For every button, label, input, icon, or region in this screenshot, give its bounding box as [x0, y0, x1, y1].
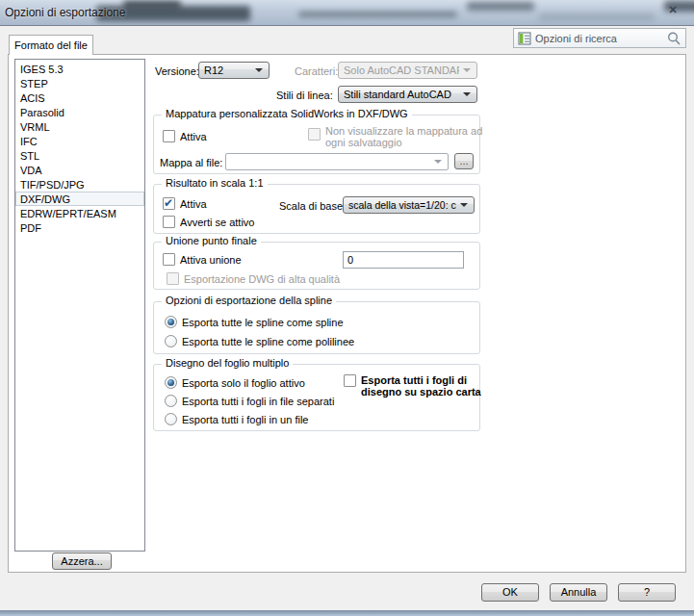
browse-button[interactable]: ...: [454, 153, 474, 169]
line-styles-label: Stili di linea:: [276, 90, 333, 101]
reset-button[interactable]: Azzera...: [52, 552, 112, 570]
list-item[interactable]: PDF: [15, 220, 144, 235]
map-file-combobox[interactable]: [225, 153, 449, 170]
background-blur-shape: [467, 2, 534, 11]
scale-enable-checkbox[interactable]: [163, 197, 175, 210]
sheet-group: Disegno del foglio multiplo Esporta solo…: [153, 364, 480, 431]
mapping-enable-checkbox[interactable]: [163, 130, 175, 142]
mapping-group: Mappatura personalizzata SolidWorks in D…: [153, 115, 480, 174]
scale-group: Risultato in scala 1:1 Attiva Scala di b…: [153, 184, 480, 234]
export-active-sheet-radio[interactable]: [165, 376, 177, 389]
mapping-enable-label: Attiva: [180, 131, 207, 142]
spline-as-polyline-radio[interactable]: [165, 335, 177, 347]
chevron-down-icon: [463, 68, 471, 72]
chevron-down-icon: [255, 68, 263, 72]
tab-page-file-format: IGES 5.3 STEP ACIS Parasolid VRML IFC ST…: [8, 54, 686, 573]
spline-group-title: Opzioni di esportazione della spline: [162, 295, 336, 306]
search-options-icon: [518, 32, 531, 45]
list-item[interactable]: Parasolid: [15, 105, 144, 119]
list-item[interactable]: TIF/PSD/JPG: [15, 177, 144, 192]
close-icon[interactable]: ✕: [663, 3, 682, 17]
background-blur-shape: [298, 12, 457, 17]
list-item[interactable]: STL: [15, 148, 144, 163]
search-box[interactable]: [513, 28, 686, 48]
search-icon[interactable]: [666, 31, 681, 46]
spline-group: Opzioni di esportazione della spline Esp…: [153, 301, 480, 354]
search-input[interactable]: [535, 33, 666, 44]
spline-as-polyline-label: Esporta tutte le spline come polilinee: [182, 336, 354, 347]
merge-tolerance-input[interactable]: [343, 251, 464, 269]
dont-show-mapping-checkbox: [308, 128, 321, 141]
fonts-combobox: Solo AutoCAD STANDARD: [338, 62, 477, 79]
help-button[interactable]: ?: [618, 583, 676, 602]
background-blur-shape: [539, 13, 655, 21]
chevron-down-icon: [463, 92, 471, 96]
base-scale-value: scala della vista=1/20: cont: [348, 199, 456, 211]
background-blur-shape: [123, 1, 181, 8]
base-scale-combobox[interactable]: scala della vista=1/20: cont: [343, 196, 475, 214]
list-item[interactable]: STEP: [15, 76, 144, 90]
cancel-button[interactable]: Annulla: [550, 583, 607, 602]
list-item[interactable]: ACIS: [15, 90, 144, 105]
paper-space-label: Esporta tutti i fogli di disegno su spaz…: [361, 374, 484, 398]
version-combobox[interactable]: R12: [198, 62, 270, 79]
version-label: Versione:: [155, 65, 199, 77]
dont-show-mapping-label: Non visualizzare la mappatura ad ogni sa…: [325, 125, 487, 148]
endpoint-group-title: Unione punto finale: [162, 235, 261, 246]
ok-button[interactable]: OK: [481, 583, 539, 602]
title-bar: Opzioni di esportazione ✕: [0, 0, 694, 26]
enable-merging-checkbox[interactable]: [163, 253, 175, 266]
warn-if-active-label: Avverti se attivo: [180, 217, 254, 228]
hq-dwg-export-checkbox: [167, 272, 179, 285]
list-item-selected[interactable]: DXF/DWG: [15, 192, 144, 206]
export-sheets-onefile-label: Esporta tutti i fogli in un file: [182, 414, 308, 425]
endpoint-group: Unione punto finale Attiva unione Esport…: [153, 242, 480, 290]
list-item[interactable]: VRML: [15, 119, 144, 134]
window-title: Opzioni di esportazione: [5, 6, 125, 19]
enable-merging-label: Attiva unione: [180, 254, 242, 266]
line-styles-combobox[interactable]: Stili standard AutoCAD: [338, 86, 477, 103]
list-item[interactable]: VDA: [15, 163, 144, 177]
scale-enable-label: Attiva: [180, 198, 207, 210]
tab-formato-del-file[interactable]: Formato del file: [9, 35, 93, 55]
line-styles-value: Stili standard AutoCAD: [344, 89, 459, 100]
window-bottom-edge: [0, 610, 694, 616]
export-active-sheet-label: Esporta solo il foglio attivo: [182, 377, 305, 389]
chevron-down-icon: [460, 203, 468, 207]
version-value: R12: [204, 64, 251, 76]
spline-as-spline-label: Esporta tutte le spline come spline: [182, 317, 344, 328]
fonts-value: Solo AutoCAD STANDARD: [344, 64, 459, 76]
export-sheets-onefile-radio[interactable]: [165, 413, 177, 425]
list-item[interactable]: EDRW/EPRT/EASM: [15, 206, 144, 220]
mapping-group-title: Mappatura personalizzata SolidWorks in D…: [162, 108, 412, 119]
sheet-group-title: Disegno del foglio multiplo: [162, 357, 293, 369]
export-sheets-separate-label: Esporta tutti i fogli in file separati: [182, 396, 334, 407]
paper-space-checkbox[interactable]: [344, 374, 356, 387]
base-scale-label: Scala di base:: [279, 200, 346, 212]
list-item[interactable]: IGES 5.3: [15, 62, 144, 76]
format-list: IGES 5.3 STEP ACIS Parasolid VRML IFC ST…: [14, 59, 145, 552]
map-file-label: Mappa al file:: [160, 157, 222, 168]
export-sheets-separate-radio[interactable]: [165, 395, 177, 407]
chevron-down-icon: [434, 160, 442, 164]
spline-as-spline-radio[interactable]: [165, 316, 177, 328]
list-item[interactable]: IFC: [15, 134, 144, 148]
scale-group-title: Risultato in scala 1:1: [162, 177, 268, 189]
hq-dwg-export-label: Esportazione DWG di alta qualità: [184, 273, 340, 285]
warn-if-active-checkbox[interactable]: [163, 216, 175, 228]
fonts-label: Caratteri:: [295, 65, 338, 77]
export-options-dialog: Opzioni di esportazione ✕ Formato del fi…: [0, 0, 694, 616]
